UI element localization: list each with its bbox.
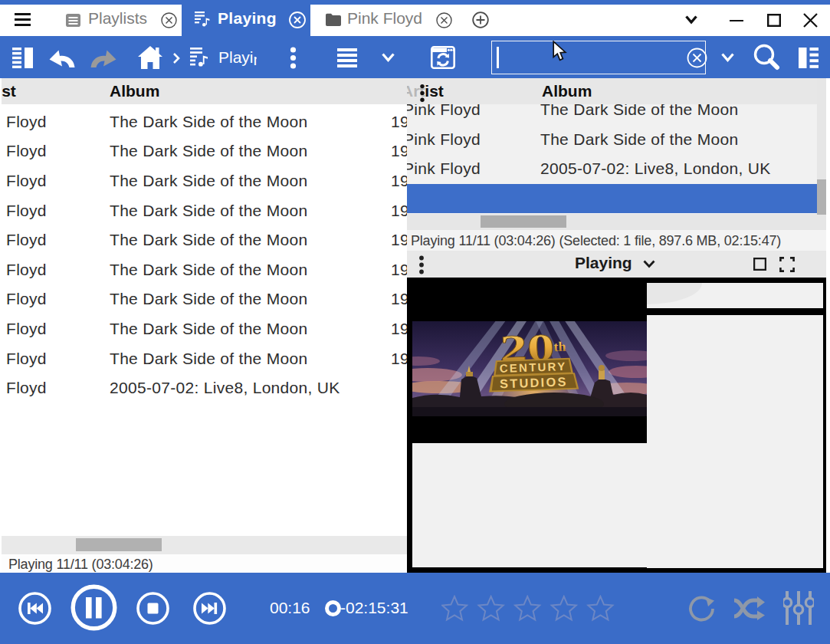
svg-text:CENTURY: CENTURY (500, 360, 567, 375)
svg-text:th: th (553, 339, 566, 355)
svg-text:STUDIOS: STUDIOS (500, 374, 568, 390)
